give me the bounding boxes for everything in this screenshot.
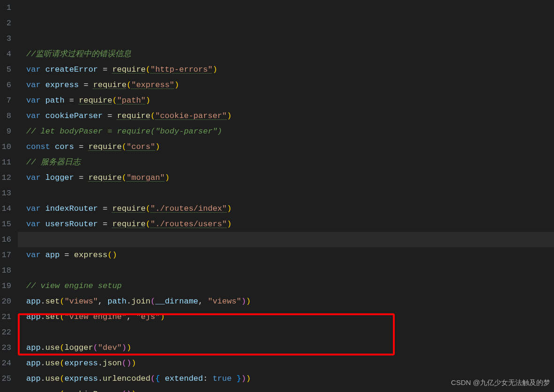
code-line[interactable] <box>18 232 554 247</box>
line-number: 11 <box>0 155 11 170</box>
token: = <box>74 173 89 182</box>
line-gutter: 1234567891011121314151617181920212223242… <box>0 0 18 392</box>
token: use <box>45 359 60 368</box>
code-area[interactable]: //监听请求过程中的错误信息var createError = require(… <box>18 0 554 392</box>
token: var <box>26 251 45 259</box>
code-line[interactable]: var cookieParser = require("cookie-parse… <box>18 108 554 124</box>
token: } <box>232 374 241 383</box>
line-number: 2 <box>0 15 11 31</box>
code-line[interactable]: app.set("views", path.join(__dirname, "v… <box>18 294 554 309</box>
token: indexRouter <box>45 204 98 213</box>
token: ( <box>112 96 117 105</box>
token: ) <box>241 297 246 306</box>
token: var <box>26 204 45 213</box>
token: var <box>26 173 45 182</box>
code-line[interactable]: var indexRouter = require("./routes/inde… <box>18 201 554 216</box>
token: "dev" <box>98 343 122 352</box>
line-number: 4 <box>0 46 11 62</box>
code-line[interactable] <box>18 263 554 278</box>
token: ) <box>160 312 165 321</box>
token: "cors" <box>126 142 155 151</box>
token: ( <box>150 297 155 306</box>
line-number: 15 <box>0 216 11 232</box>
token: . <box>41 390 45 392</box>
line-number: 20 <box>0 294 11 309</box>
token: app <box>26 312 41 321</box>
line-number: 14 <box>0 201 11 216</box>
code-line[interactable]: var createError = require("http-errors") <box>18 62 554 77</box>
token: require <box>117 111 150 120</box>
token: ) <box>146 96 150 105</box>
code-line[interactable]: app.use(express.json()) <box>18 355 554 371</box>
token: logger <box>45 173 74 182</box>
token: var <box>26 81 45 89</box>
token: // view engine setup <box>26 281 122 290</box>
token: ) <box>165 173 170 182</box>
code-line[interactable]: var express = require("express") <box>18 77 554 93</box>
code-line[interactable]: var usersRouter = require("./routes/user… <box>18 216 554 232</box>
token: = <box>74 142 89 151</box>
token: ) <box>241 374 246 383</box>
line-number: 22 <box>0 325 11 340</box>
line-number: 9 <box>0 124 11 139</box>
token: require <box>89 173 122 182</box>
token: { <box>155 374 164 383</box>
token: express <box>65 359 98 368</box>
token: require <box>112 204 146 213</box>
token: ) <box>131 359 136 368</box>
token: ( <box>59 359 64 368</box>
line-number: 23 <box>0 340 11 355</box>
code-line[interactable]: app.set("view engine", "ejs") <box>18 309 554 325</box>
code-line[interactable]: app.use(logger("dev")) <box>18 340 554 355</box>
token: "morgan" <box>126 173 165 182</box>
code-line[interactable]: // 服务器日志 <box>18 155 554 170</box>
token: , <box>126 312 136 321</box>
token: = <box>98 220 112 229</box>
token: "views" <box>65 297 98 306</box>
token: app <box>26 374 41 383</box>
code-line[interactable] <box>18 325 554 340</box>
token: . <box>41 359 45 368</box>
token: set <box>45 297 60 306</box>
code-line[interactable]: // let bodyPaser = require("body-parser"… <box>18 124 554 139</box>
token: require <box>112 65 146 74</box>
token: "./routes/index" <box>150 204 227 213</box>
token: app <box>45 251 60 259</box>
token: __dirname <box>155 297 198 306</box>
token: . <box>41 343 45 352</box>
line-number: 17 <box>0 247 11 263</box>
token: . <box>98 359 103 368</box>
token: ) <box>246 297 251 306</box>
token: ) <box>246 374 251 383</box>
line-number: 18 <box>0 263 11 278</box>
code-line[interactable]: var logger = require("morgan") <box>18 170 554 185</box>
line-number: 13 <box>0 185 11 201</box>
code-line[interactable]: // view engine setup <box>18 278 554 294</box>
line-number: 5 <box>0 62 11 77</box>
token: ( <box>107 251 112 259</box>
token: ( <box>150 374 155 383</box>
token: : <box>203 374 213 383</box>
code-line[interactable]: const cors = require("cors") <box>18 139 554 155</box>
token: ) <box>213 65 217 74</box>
code-line[interactable]: //监听请求过程中的错误信息 <box>18 46 554 62</box>
line-number: 8 <box>0 108 11 124</box>
token: createError <box>45 65 98 74</box>
token: cookieParser <box>65 390 122 392</box>
code-line[interactable] <box>18 185 554 201</box>
token: require <box>89 142 122 151</box>
code-line[interactable]: var app = express() <box>18 247 554 263</box>
line-number: 19 <box>0 278 11 294</box>
token: ) <box>155 142 160 151</box>
token: = <box>103 111 117 120</box>
token: require <box>112 220 146 229</box>
token: "cookie-parser" <box>155 111 227 120</box>
token: json <box>103 359 122 368</box>
token: ) <box>126 359 131 368</box>
token: ( <box>122 390 126 392</box>
code-line[interactable]: var path = require("path") <box>18 93 554 108</box>
token: logger <box>65 343 93 352</box>
code-editor[interactable]: 1234567891011121314151617181920212223242… <box>0 0 554 392</box>
token: express <box>45 81 79 89</box>
token: = <box>98 204 112 213</box>
